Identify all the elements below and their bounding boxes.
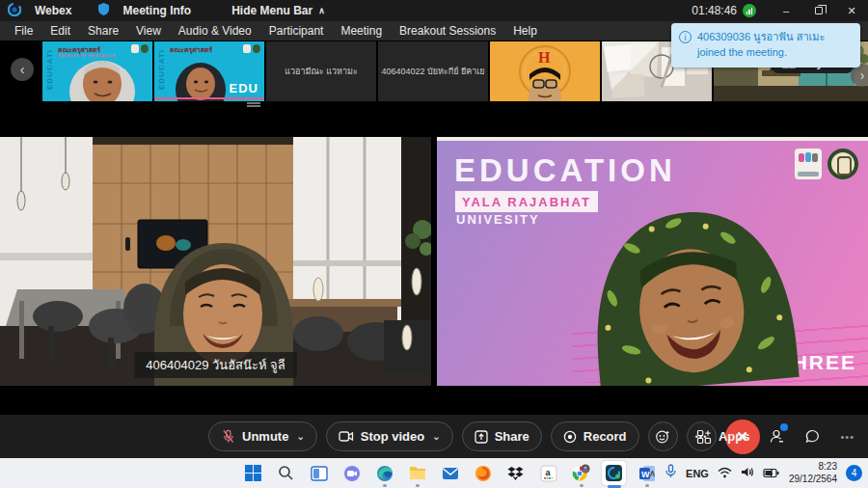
webex-logo-icon <box>8 3 21 19</box>
app-title: Webex <box>27 4 79 17</box>
meeting-elapsed-time: 01:48:46 <box>692 4 737 17</box>
thumb2-accent-line <box>154 97 264 99</box>
record-button[interactable]: Record <box>551 421 639 451</box>
file-explorer-button[interactable] <box>405 461 429 485</box>
thumb3-name-label: แวอามีณะ แวหามะ <box>285 65 358 78</box>
video-feed-left: 406404029 วันฮัสน๊ะห์ จูลี <box>0 137 431 386</box>
notification-center-badge[interactable]: 4 <box>846 465 862 481</box>
share-icon <box>475 430 488 444</box>
unmute-label: Unmute <box>242 429 288 444</box>
chevron-right-icon: › <box>860 68 865 83</box>
thumb2-logos <box>243 44 260 53</box>
windows-taskbar: a W ∧ ENG <box>0 458 868 488</box>
thumb1-logos <box>131 44 149 53</box>
volume-icon[interactable] <box>741 465 754 482</box>
thumb2-vertical-text: EDUCATI <box>157 49 166 90</box>
thumb1-vertical-text: EDUCATI <box>45 49 54 90</box>
participant-thumbnail-4[interactable]: 406404022 บัยหะกีย์ ยีคาเย <box>378 41 488 101</box>
joined-meeting-toast: i 406309036 นูรอาฟัน สาเมะ joined the me… <box>671 23 860 68</box>
filmstrip-prev-button[interactable]: ‹ <box>11 58 34 81</box>
faculty-logos <box>795 149 858 179</box>
control-overflow-icon[interactable]: ••• <box>840 431 854 443</box>
apps-grid-icon <box>696 429 712 445</box>
edge-browser-button[interactable] <box>372 461 396 485</box>
task-view-button[interactable] <box>307 461 331 485</box>
menu-participant[interactable]: Participant <box>260 21 333 41</box>
wifi-icon[interactable] <box>718 465 732 482</box>
firefox-button[interactable] <box>471 461 495 485</box>
reactions-button[interactable] <box>648 421 678 451</box>
faculty-logo-icon <box>795 149 822 179</box>
stop-video-button[interactable]: Stop video ⌄ <box>326 421 453 451</box>
mail-button[interactable] <box>438 461 462 485</box>
tray-expand-icon[interactable]: ∧ <box>649 468 656 478</box>
menu-meeting[interactable]: Meeting <box>332 21 391 41</box>
video-options-chevron-icon[interactable]: ⌄ <box>432 431 440 442</box>
chrome-button[interactable] <box>569 461 593 485</box>
meeting-info-button[interactable]: Meeting Info <box>115 4 199 17</box>
shield-icon <box>98 3 109 18</box>
connection-quality-icon <box>743 4 756 17</box>
thumb5-scene: H <box>490 41 600 101</box>
apps-label: Apps <box>719 429 750 444</box>
hide-menu-bar-label: Hide Menu Bar <box>231 4 312 17</box>
webex-meeting-window: Webex Meeting Info Hide Menu Bar ∧ 01:48… <box>0 0 868 488</box>
share-label: Share <box>495 429 529 444</box>
language-indicator[interactable]: ENG <box>686 468 709 479</box>
start-button[interactable] <box>241 461 265 485</box>
menu-help[interactable]: Help <box>504 21 546 41</box>
stop-video-label: Stop video <box>361 429 424 444</box>
menu-breakout-sessions[interactable]: Breakout Sessions <box>391 21 504 41</box>
thumb2-edu-text: EDU <box>230 81 258 95</box>
dropbox-button[interactable] <box>503 461 528 485</box>
chevron-up-icon: ∧ <box>318 6 325 15</box>
smiley-icon <box>655 429 670 445</box>
chat-button[interactable] <box>804 428 821 445</box>
menu-audio-video[interactable]: Audio & Video <box>170 21 260 41</box>
thumb4-name-label: 406404022 บัยหะกีย์ ยีคาเย <box>381 65 484 78</box>
teams-chat-button[interactable] <box>339 461 364 485</box>
camera-icon <box>339 430 354 443</box>
system-tray: ∧ ENG 8:23 29/12/2564 4 <box>649 458 862 488</box>
participant-thumbnail-2[interactable]: EDUCATI คณะครุศาสตร์ EDU <box>154 41 264 101</box>
record-icon <box>563 430 577 444</box>
participants-button[interactable] <box>769 428 785 445</box>
record-label: Record <box>583 429 627 444</box>
participant-thumbnail-3[interactable]: แวอามีณะ แวหามะ <box>266 41 376 101</box>
toast-message: 406309036 นูรอาฟัน สาเมะ joined the meet… <box>697 30 851 61</box>
hide-menu-bar-button[interactable]: Hide Menu Bar ∧ <box>224 4 333 17</box>
tray-microphone-icon[interactable] <box>665 464 677 482</box>
video-feed-right: EDUCATION YALA RAJABHAT UNIVESITY 2FITTH… <box>437 137 868 386</box>
svg-text:H: H <box>538 49 551 66</box>
participant-thumbnail-5[interactable]: H <box>490 41 600 101</box>
menu-share[interactable]: Share <box>79 21 127 41</box>
share-button[interactable]: Share <box>462 421 542 451</box>
apps-button[interactable]: Apps <box>696 429 750 445</box>
menu-file[interactable]: File <box>6 21 41 41</box>
close-button[interactable]: ✕ <box>835 0 868 21</box>
participant-name-tag: 406404029 วันฮัสน๊ะห์ จูลี <box>134 352 296 378</box>
tray-clock[interactable]: 8:23 29/12/2564 <box>789 461 837 485</box>
participants-notification-dot <box>780 423 788 431</box>
thumb1-subheader: FACULTY OF EDUCATION <box>58 53 115 58</box>
participant-thumbnail-1[interactable]: EDUCATI คณะครุศาสตร์ FACULTY OF EDUCATIO… <box>42 41 152 101</box>
battery-icon[interactable] <box>763 465 780 482</box>
restore-button[interactable] <box>802 0 835 21</box>
chevron-left-icon: ‹ <box>20 62 25 77</box>
tray-date: 29/12/2564 <box>789 474 837 486</box>
filmstrip-resize-handle[interactable] <box>247 102 260 107</box>
menu-edit[interactable]: Edit <box>41 21 79 41</box>
university-seal-icon <box>827 149 858 179</box>
search-button[interactable] <box>274 461 298 485</box>
chat-bubble-icon <box>804 428 821 445</box>
office-background <box>0 137 431 386</box>
unmute-options-chevron-icon[interactable]: ⌄ <box>296 431 304 442</box>
webex-taskbar-button[interactable] <box>602 461 626 485</box>
amazon-button[interactable]: a <box>536 461 560 485</box>
minimize-button[interactable]: – <box>770 0 802 21</box>
tray-time: 8:23 <box>789 461 837 474</box>
menu-view[interactable]: View <box>127 21 170 41</box>
restore-icon <box>815 7 823 14</box>
thumb2-header: คณะครุศาสตร์ <box>170 44 212 55</box>
unmute-button[interactable]: Unmute ⌄ <box>208 421 317 451</box>
